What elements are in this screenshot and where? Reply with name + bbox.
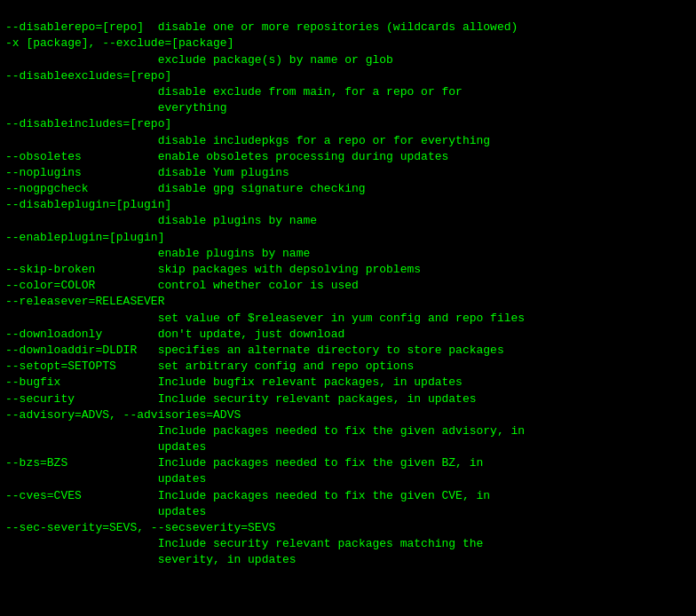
terminal-line: disable exclude from main, for a repo or… <box>5 84 691 100</box>
terminal-line: everything <box>5 100 691 116</box>
terminal-line: exclude package(s) by name or glob <box>5 52 691 68</box>
terminal-output: --disablerepo=[repo] disable one or more… <box>0 0 696 573</box>
terminal-line: --obsoletes enable obsoletes processing … <box>5 149 691 165</box>
terminal-line: disable plugins by name <box>5 213 691 229</box>
terminal-line: --advisory=ADVS, --advisories=ADVS <box>5 407 691 423</box>
terminal-line: Include security relevant packages match… <box>5 536 691 552</box>
terminal-line: --color=COLOR control whether color is u… <box>5 278 691 294</box>
terminal-line: --disableexcludes=[repo] <box>5 68 691 84</box>
terminal-line: --releasever=RELEASEVER <box>5 294 691 310</box>
terminal-line: disable includepkgs for a repo or for ev… <box>5 133 691 149</box>
terminal-line: updates <box>5 471 691 487</box>
terminal-line: Include packages needed to fix the given… <box>5 423 691 439</box>
terminal-line: updates <box>5 504 691 520</box>
terminal-line: --cves=CVES Include packages needed to f… <box>5 488 691 504</box>
terminal-line: set value of $releasever in yum config a… <box>5 311 691 327</box>
terminal-line: severity, in updates <box>5 552 691 568</box>
terminal-line: --downloadonly don't update, just downlo… <box>5 327 691 343</box>
terminal-line: --nogpgcheck disable gpg signature check… <box>5 181 691 197</box>
terminal-line: --bzs=BZS Include packages needed to fix… <box>5 455 691 471</box>
terminal-line: --disableincludes=[repo] <box>5 116 691 132</box>
terminal-line: --security Include security relevant pac… <box>5 391 691 407</box>
terminal-line: --skip-broken skip packages with depsolv… <box>5 262 691 278</box>
terminal-line: --disablerepo=[repo] disable one or more… <box>5 20 691 36</box>
terminal-line: --setopt=SETOPTS set arbitrary config an… <box>5 359 691 375</box>
terminal-line: --disableplugin=[plugin] <box>5 197 691 213</box>
terminal-line: -x [package], --exclude=[package] <box>5 36 691 51</box>
terminal-line: --enableplugin=[plugin] <box>5 230 691 246</box>
terminal-line: --downloaddir=DLDIR specifies an alterna… <box>5 343 691 359</box>
terminal-line: enable plugins by name <box>5 246 691 262</box>
terminal-line: updates <box>5 439 691 455</box>
terminal-line: --noplugins disable Yum plugins <box>5 165 691 181</box>
terminal-line: --sec-severity=SEVS, --secseverity=SEVS <box>5 520 691 536</box>
terminal-line: --bugfix Include bugfix relevant package… <box>5 375 691 391</box>
